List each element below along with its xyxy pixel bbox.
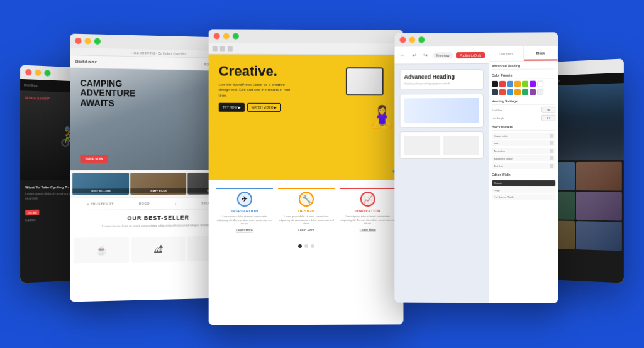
- hero-person: 🧘‍♀️: [369, 104, 396, 130]
- dot-yellow: [388, 170, 391, 173]
- hero-screen: [346, 67, 384, 95]
- redo-button[interactable]: ↪: [421, 51, 430, 60]
- maximize-dot[interactable]: [233, 33, 239, 40]
- main-scene: BikeShop BikeShop Want To Take Cycling T…: [20, 17, 624, 331]
- close-dot[interactable]: [214, 33, 220, 39]
- swatch-crimson[interactable]: [499, 89, 506, 95]
- back-button[interactable]: ←: [399, 51, 408, 60]
- gallery-thumb-4[interactable]: [575, 192, 621, 221]
- undo-button[interactable]: ↩: [409, 51, 418, 60]
- editor-content: ← ↩ ↪ Preview Publish to Draft Advanced …: [395, 46, 558, 303]
- creative-pagination: [209, 239, 404, 254]
- hero-screen-inner: [347, 68, 382, 94]
- block-icon-1: [550, 134, 553, 138]
- close-dot[interactable]: [25, 69, 31, 76]
- product-icon-1: ☕: [96, 245, 107, 255]
- card-link-1[interactable]: Learn More: [216, 228, 273, 232]
- page-dot-1[interactable]: [298, 244, 302, 248]
- maximize-dot[interactable]: [44, 70, 50, 77]
- card-divider-3: [340, 188, 396, 189]
- section-title-heading-settings: Heading Settings: [492, 99, 555, 105]
- line-height-input[interactable]: 1.2: [541, 115, 555, 121]
- block-icon-2: [550, 141, 553, 145]
- swatch-lightgray[interactable]: [537, 89, 543, 95]
- creative-content: Creative. Use the WordPress Editor as a …: [209, 43, 404, 325]
- try-now-button[interactable]: TRY NOW ▶: [219, 103, 245, 112]
- block-item-2[interactable]: Title: [492, 140, 555, 146]
- maximize-dot[interactable]: [94, 38, 101, 45]
- editor-icon-3[interactable]: [228, 46, 233, 51]
- creative-illustration: 🧘‍♀️: [346, 67, 396, 130]
- swatch-red[interactable]: [499, 81, 506, 87]
- swatch-white[interactable]: [537, 81, 543, 87]
- card-innovation: 📈 INNOVATION Lorem ipsum dolor sit amet,…: [340, 188, 396, 232]
- tab-block[interactable]: Block: [524, 46, 558, 60]
- editor-toolbar: ← ↩ ↪ Preview Publish to Draft: [395, 46, 489, 65]
- block-item-5[interactable]: Text List: [492, 163, 555, 169]
- gallery-thumb-6[interactable]: [575, 221, 621, 251]
- section-title-colors: Color Presets: [492, 73, 555, 79]
- camping-logo: Outdoor: [75, 59, 97, 64]
- close-dot[interactable]: [400, 37, 406, 43]
- product-icon-2: 🏕: [154, 244, 163, 254]
- card-link-3[interactable]: Learn More: [340, 228, 396, 232]
- minimize-dot[interactable]: [409, 37, 415, 43]
- design-icon: 🔧: [299, 192, 314, 207]
- panel-section-controls: Heading Settings Font Size 36 Line Heigh…: [492, 99, 555, 121]
- camping-thumb-2[interactable]: STAFF PICKS: [131, 173, 186, 195]
- canvas-block-3: [400, 131, 484, 159]
- tab-document[interactable]: Document: [489, 46, 524, 61]
- swatch-amber[interactable]: [514, 89, 521, 95]
- editor-icon-2[interactable]: [220, 46, 225, 51]
- editor-canvas: ← ↩ ↪ Preview Publish to Draft Advanced …: [395, 46, 489, 303]
- swatch-blue[interactable]: [507, 81, 513, 87]
- swatch-purple[interactable]: [530, 81, 536, 87]
- page-dot-2[interactable]: [304, 244, 308, 248]
- section-title-editor-width: Editor Width: [492, 173, 555, 178]
- logo-plus: +: [175, 202, 177, 205]
- block-label-4: Advanced Button: [494, 156, 513, 160]
- canvas-block-1: Advanced Heading Heading settings and ty…: [400, 69, 484, 90]
- product-1[interactable]: ☕: [74, 237, 129, 264]
- maximize-dot[interactable]: [418, 36, 425, 43]
- swatch-skyblue[interactable]: [507, 89, 513, 95]
- swatch-green[interactable]: [522, 81, 528, 87]
- close-dot[interactable]: [75, 38, 81, 44]
- panel-section-blocks: Block Presets SpaceHolder Title: [492, 125, 555, 169]
- swatch-orange[interactable]: [514, 81, 521, 87]
- editor-icon-1[interactable]: [213, 46, 218, 51]
- page-dot-3[interactable]: [311, 244, 314, 248]
- font-size-control: Font Size 36: [492, 107, 555, 113]
- swatch-violet[interactable]: [530, 89, 536, 95]
- block-label-2: Title: [494, 141, 498, 144]
- camping-cta-button[interactable]: SHOP NOW: [80, 155, 108, 163]
- preview-label[interactable]: Preview: [433, 52, 452, 58]
- card-text-3: Lorem ipsum dolor sit amet, consectetur …: [340, 215, 396, 226]
- minimize-dot[interactable]: [223, 33, 230, 39]
- swatch-emerald[interactable]: [522, 89, 528, 95]
- font-size-input[interactable]: 36: [541, 107, 555, 113]
- card-link-2[interactable]: Learn More: [278, 228, 335, 232]
- camping-thumb-1[interactable]: BEST SELLERS: [72, 173, 129, 195]
- block-item-4[interactable]: Advanced Button: [492, 155, 555, 161]
- minimize-dot[interactable]: [85, 38, 91, 44]
- color-swatches-row1: [492, 81, 555, 87]
- width-option-fullscreen[interactable]: Full Screen Width: [492, 194, 555, 200]
- card-divider-1: [216, 188, 273, 189]
- card-title-1: INSPIRATION: [216, 209, 273, 213]
- editor-width-options: Default Large Full Screen Width: [492, 180, 555, 200]
- width-option-large[interactable]: Large: [492, 187, 555, 193]
- gallery-thumb-2[interactable]: [575, 162, 621, 191]
- creative-window: Creative. Use the WordPress Editor as a …: [209, 29, 404, 325]
- block-item-1[interactable]: SpaceHolder: [492, 133, 555, 139]
- swatch-black[interactable]: [492, 81, 498, 87]
- width-option-default[interactable]: Default: [492, 180, 555, 186]
- camping-headline: CAMPING ADVENTURE AWAITS: [80, 79, 135, 109]
- publish-button[interactable]: Publish to Draft: [456, 52, 485, 58]
- minimize-dot[interactable]: [35, 70, 41, 77]
- watch-video-button[interactable]: WATCH VIDEO ▶: [247, 103, 281, 112]
- block-item-3[interactable]: Accordion: [492, 148, 555, 154]
- section-title-blocks: Block Presets: [492, 125, 555, 131]
- product-2[interactable]: 🏕: [131, 236, 186, 262]
- swatch-dark[interactable]: [492, 89, 498, 95]
